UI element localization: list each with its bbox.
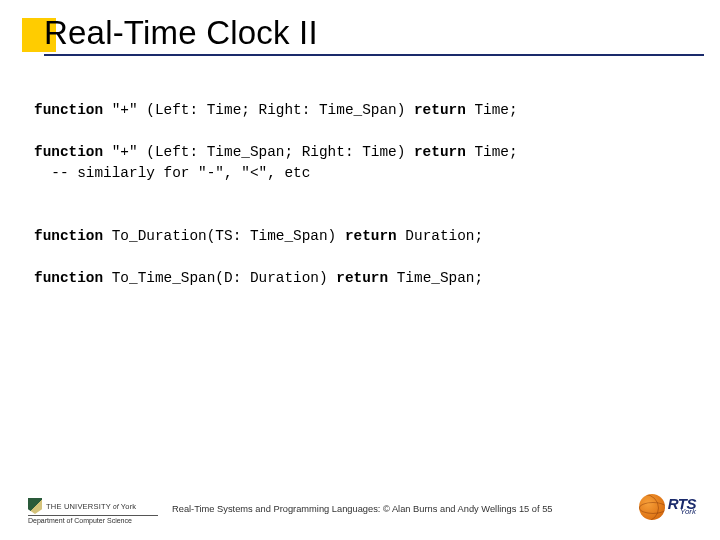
code-text: Time; xyxy=(466,144,518,160)
uni-the: THE xyxy=(46,502,64,511)
kw-return: return xyxy=(336,270,388,286)
uni-york: York xyxy=(121,502,137,511)
department-name: Department of Computer Science xyxy=(28,517,158,524)
kw-function: function xyxy=(34,102,103,118)
footer-caption: Real-Time Systems and Programming Langua… xyxy=(172,504,552,514)
kw-return: return xyxy=(414,102,466,118)
code-text: Time_Span; xyxy=(388,270,483,286)
code-text: Time; xyxy=(466,102,518,118)
rts-text: RTSYork xyxy=(668,498,696,516)
code-text: "+" (Left: Time; Right: Time_Span) xyxy=(103,102,414,118)
uni-of: of xyxy=(111,503,121,510)
title-underline xyxy=(44,54,704,56)
rts-logo: RTSYork xyxy=(639,494,696,520)
kw-function: function xyxy=(34,228,103,244)
shield-icon xyxy=(28,498,42,514)
university-logo: THE UNIVERSITY of York Department of Com… xyxy=(28,498,158,524)
code-text: To_Duration(TS: Time_Span) xyxy=(103,228,345,244)
title-area: Real-Time Clock II xyxy=(44,14,688,56)
university-name: THE UNIVERSITY of York xyxy=(46,502,136,511)
kw-function: function xyxy=(34,144,103,160)
footer: THE UNIVERSITY of York Department of Com… xyxy=(0,480,720,530)
globe-icon xyxy=(639,494,665,520)
kw-function: function xyxy=(34,270,103,286)
code-block: function "+" (Left: Time; Right: Time_Sp… xyxy=(34,100,688,289)
code-text: "+" (Left: Time_Span; Right: Time) xyxy=(103,144,414,160)
university-logo-top: THE UNIVERSITY of York xyxy=(28,498,158,516)
slide: Real-Time Clock II function "+" (Left: T… xyxy=(0,0,720,540)
kw-return: return xyxy=(414,144,466,160)
kw-return: return xyxy=(345,228,397,244)
code-comment: -- similarly for "-", "<", etc xyxy=(34,165,310,181)
slide-title: Real-Time Clock II xyxy=(44,14,688,52)
code-text: Duration; xyxy=(397,228,483,244)
code-text: To_Time_Span(D: Duration) xyxy=(103,270,336,286)
uni-main: UNIVERSITY xyxy=(64,502,111,511)
